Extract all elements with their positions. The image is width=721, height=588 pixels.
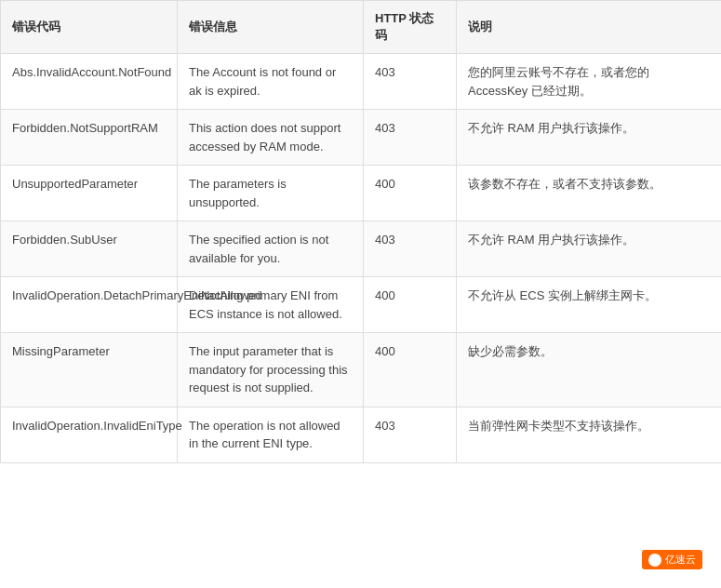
cell-message: Detaching primary ENI from ECS instance … [178, 277, 364, 333]
header-http: HTTP 状态码 [364, 1, 457, 54]
table-row: InvalidOperation.InvalidEniTypeThe opera… [1, 407, 722, 462]
cell-message: The operation is not allowed in the curr… [178, 407, 364, 462]
table-row: InvalidOperation.DetachPrimaryEniNotAllo… [1, 277, 722, 333]
header-description: 说明 [457, 1, 722, 54]
cell-code: Forbidden.SubUser [1, 221, 178, 277]
error-table: 错误代码 错误信息 HTTP 状态码 说明 Abs.InvalidAccount… [0, 0, 721, 463]
header-code: 错误代码 [1, 1, 178, 54]
cell-description: 缺少必需参数。 [457, 333, 722, 408]
cell-description: 不允许 RAM 用户执行该操作。 [457, 110, 722, 166]
cell-http-code: 403 [364, 407, 457, 462]
table-header-row: 错误代码 错误信息 HTTP 状态码 说明 [1, 1, 722, 54]
cell-http-code: 403 [364, 110, 457, 166]
cell-description: 该参数不存在，或者不支持该参数。 [457, 166, 722, 221]
cell-http-code: 400 [364, 166, 457, 221]
cell-message: The parameters is unsupported. [178, 166, 364, 221]
table-row: MissingParameterThe input parameter that… [1, 333, 722, 408]
cell-code: Forbidden.NotSupportRAM [1, 110, 178, 166]
cell-description: 当前弹性网卡类型不支持该操作。 [457, 407, 722, 462]
table-row: UnsupportedParameterThe parameters is un… [1, 166, 722, 221]
cell-description: 不允许从 ECS 实例上解绑主网卡。 [457, 277, 722, 333]
table-row: Forbidden.NotSupportRAMThis action does … [1, 110, 722, 166]
cell-code: InvalidOperation.DetachPrimaryEniNotAllo… [1, 277, 178, 333]
cell-http-code: 400 [364, 277, 457, 333]
cell-code: MissingParameter [1, 333, 178, 408]
cell-message: This action does not support accessed by… [178, 110, 364, 166]
cell-description: 不允许 RAM 用户执行该操作。 [457, 221, 722, 277]
cell-http-code: 403 [364, 221, 457, 277]
table-row: Abs.InvalidAccount.NotFoundThe Account i… [1, 54, 722, 110]
cell-http-code: 403 [364, 54, 457, 110]
cell-message: The specified action is not available fo… [178, 221, 364, 277]
cell-http-code: 400 [364, 333, 457, 408]
error-table-container: 错误代码 错误信息 HTTP 状态码 说明 Abs.InvalidAccount… [0, 0, 721, 463]
cell-code: Abs.InvalidAccount.NotFound [1, 54, 178, 110]
cell-code: UnsupportedParameter [1, 166, 178, 221]
header-message: 错误信息 [178, 1, 364, 54]
table-row: Forbidden.SubUserThe specified action is… [1, 221, 722, 277]
cell-message: The Account is not found or ak is expire… [178, 54, 364, 110]
cell-message: The input parameter that is mandatory fo… [178, 333, 364, 408]
cell-description: 您的阿里云账号不存在，或者您的 AccessKey 已经过期。 [457, 54, 722, 110]
cell-code: InvalidOperation.InvalidEniType [1, 407, 178, 462]
